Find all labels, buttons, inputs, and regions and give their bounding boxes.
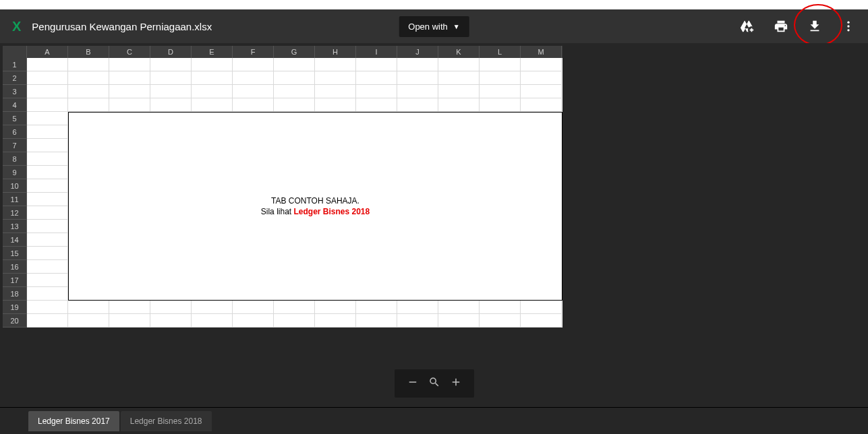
cell[interactable]	[397, 301, 438, 314]
row-head[interactable]: 2	[3, 71, 27, 85]
cell[interactable]	[27, 125, 68, 139]
row-head[interactable]: 11	[3, 193, 27, 206]
cell[interactable]	[150, 71, 192, 85]
cell[interactable]	[27, 98, 68, 112]
cell[interactable]	[274, 301, 315, 314]
cell[interactable]	[521, 71, 562, 85]
cell[interactable]	[27, 301, 68, 314]
cell[interactable]	[27, 220, 68, 233]
cell[interactable]	[480, 85, 521, 98]
cell[interactable]	[521, 85, 562, 98]
zoom-out-button[interactable]	[407, 376, 419, 391]
cell[interactable]	[397, 314, 438, 328]
cell[interactable]	[233, 85, 274, 98]
cell[interactable]	[192, 301, 233, 314]
cell[interactable]	[68, 314, 109, 328]
cell[interactable]	[150, 58, 192, 71]
col-head[interactable]: M	[521, 46, 562, 58]
row-head[interactable]: 10	[3, 179, 27, 193]
cell[interactable]	[192, 71, 233, 85]
cell[interactable]	[315, 98, 356, 112]
cell[interactable]	[274, 58, 315, 71]
row-head[interactable]: 15	[3, 247, 27, 260]
cell[interactable]	[438, 301, 480, 314]
cell[interactable]	[274, 71, 315, 85]
cell[interactable]	[274, 85, 315, 98]
col-head[interactable]: L	[480, 46, 521, 58]
cell[interactable]	[356, 71, 397, 85]
cell[interactable]	[274, 98, 315, 112]
row-head[interactable]: 1	[3, 58, 27, 71]
cell[interactable]	[233, 58, 274, 71]
cell[interactable]	[397, 71, 438, 85]
cell[interactable]	[397, 58, 438, 71]
row-head[interactable]: 3	[3, 85, 27, 98]
cell[interactable]	[233, 301, 274, 314]
cell[interactable]	[356, 85, 397, 98]
cell[interactable]	[109, 85, 150, 98]
cell[interactable]	[438, 314, 480, 328]
cell[interactable]	[192, 98, 233, 112]
cell[interactable]	[27, 206, 68, 220]
cell[interactable]	[274, 314, 315, 328]
cell[interactable]	[438, 58, 480, 71]
row-head[interactable]: 5	[3, 112, 27, 125]
col-head[interactable]: J	[397, 46, 438, 58]
sheet-tab[interactable]: Ledger Bisnes 2018	[121, 411, 212, 431]
cell[interactable]	[27, 260, 68, 274]
cell[interactable]	[150, 314, 192, 328]
cells-area[interactable]: TAB CONTOH SAHAJA. Sila lihat Ledger Bis…	[27, 58, 562, 328]
cell[interactable]	[480, 314, 521, 328]
col-head[interactable]: K	[438, 46, 480, 58]
col-head[interactable]: B	[68, 46, 109, 58]
cell[interactable]	[27, 233, 68, 247]
cell[interactable]	[521, 314, 562, 328]
cell[interactable]	[109, 71, 150, 85]
cell[interactable]	[315, 314, 356, 328]
cell[interactable]	[521, 301, 562, 314]
cell[interactable]	[397, 98, 438, 112]
cell[interactable]	[192, 58, 233, 71]
cell[interactable]	[233, 98, 274, 112]
cell[interactable]	[356, 314, 397, 328]
row-head[interactable]: 17	[3, 274, 27, 287]
cell[interactable]	[315, 301, 356, 314]
sheet-tab[interactable]: Ledger Bisnes 2017	[28, 411, 119, 431]
cell[interactable]	[27, 287, 68, 301]
cell[interactable]	[27, 112, 68, 125]
cell[interactable]	[68, 71, 109, 85]
col-head[interactable]: G	[274, 46, 315, 58]
cell[interactable]	[68, 301, 109, 314]
cell[interactable]	[397, 85, 438, 98]
col-head[interactable]: H	[315, 46, 356, 58]
cell[interactable]	[438, 71, 480, 85]
col-head[interactable]: A	[27, 46, 68, 58]
cell[interactable]	[109, 98, 150, 112]
cell[interactable]	[27, 247, 68, 260]
cell[interactable]	[68, 58, 109, 71]
cell[interactable]	[356, 58, 397, 71]
cell[interactable]	[27, 58, 68, 71]
col-head[interactable]: C	[109, 46, 150, 58]
row-head[interactable]: 14	[3, 233, 27, 247]
cell[interactable]	[480, 71, 521, 85]
cell[interactable]	[480, 98, 521, 112]
col-head[interactable]: D	[150, 46, 192, 58]
cell[interactable]	[438, 98, 480, 112]
row-head[interactable]: 18	[3, 287, 27, 301]
row-head[interactable]: 16	[3, 260, 27, 274]
row-head[interactable]: 7	[3, 139, 27, 152]
cell[interactable]	[27, 193, 68, 206]
zoom-reset-button[interactable]	[428, 376, 440, 391]
col-head[interactable]: I	[356, 46, 397, 58]
cell[interactable]	[480, 301, 521, 314]
row-head[interactable]: 6	[3, 125, 27, 139]
row-head[interactable]: 20	[3, 314, 27, 328]
cell[interactable]	[356, 301, 397, 314]
add-to-drive-icon[interactable]	[740, 19, 755, 34]
cell[interactable]	[438, 85, 480, 98]
cell[interactable]	[27, 139, 68, 152]
print-icon[interactable]	[774, 19, 788, 34]
cell[interactable]	[68, 98, 109, 112]
cell[interactable]	[315, 58, 356, 71]
